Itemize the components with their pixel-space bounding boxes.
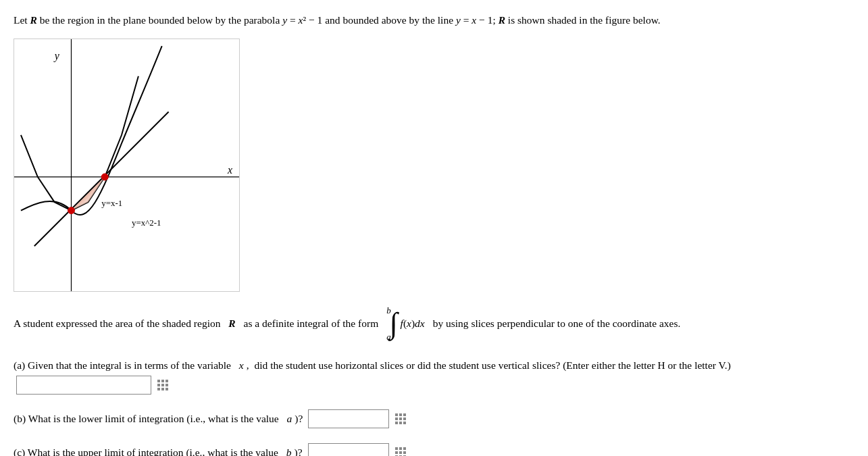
- part-b-grid-icon[interactable]: [394, 413, 407, 425]
- part-c-grid-icon[interactable]: [394, 447, 407, 456]
- svg-rect-12: [161, 380, 164, 382]
- area-text-mid: as a definite integral of the form: [244, 314, 379, 333]
- svg-rect-18: [161, 388, 164, 390]
- svg-rect-17: [157, 388, 160, 390]
- problem-intro: Let R be the region in the plane bounded…: [14, 12, 854, 29]
- region-R: R: [228, 314, 235, 333]
- svg-rect-13: [165, 380, 168, 382]
- svg-rect-0: [14, 39, 239, 291]
- area-integral-statement: A student expressed the area of the shad…: [14, 303, 854, 345]
- svg-text:y=x-1: y=x-1: [101, 197, 122, 207]
- part-a-label: (a) Given that the integral is in terms …: [14, 357, 231, 373]
- integral-expression: b a ∫ f(x) dx: [386, 303, 425, 345]
- area-text-post: by using slices perpendicular to one of …: [433, 314, 681, 333]
- svg-rect-11: [157, 380, 160, 382]
- svg-rect-26: [395, 422, 398, 424]
- part-c-text-pre: (c) What is the upper limit of integrati…: [14, 445, 278, 456]
- svg-point-8: [101, 174, 108, 180]
- svg-rect-22: [403, 413, 406, 416]
- part-a-grid-icon[interactable]: [157, 379, 169, 391]
- part-a-input[interactable]: [16, 376, 151, 395]
- part-c-row: (c) What is the upper limit of integrati…: [14, 443, 854, 456]
- svg-rect-33: [399, 451, 402, 454]
- svg-rect-34: [403, 451, 406, 454]
- svg-rect-25: [403, 417, 406, 420]
- graph-figure: y x: [14, 39, 240, 292]
- svg-rect-30: [399, 447, 402, 450]
- part-a-var: x: [239, 357, 244, 373]
- svg-rect-21: [399, 413, 402, 416]
- svg-rect-24: [399, 417, 402, 420]
- svg-rect-27: [399, 422, 402, 424]
- svg-rect-32: [395, 451, 398, 454]
- svg-text:y=x^2-1: y=x^2-1: [132, 218, 161, 228]
- svg-rect-23: [395, 417, 398, 420]
- svg-rect-16: [165, 384, 168, 386]
- svg-rect-19: [165, 388, 168, 390]
- svg-point-7: [68, 207, 75, 213]
- part-c-var: b: [286, 445, 292, 456]
- svg-rect-28: [403, 422, 406, 424]
- part-a-row: (a) Given that the integral is in terms …: [14, 357, 854, 395]
- svg-text:x: x: [227, 164, 232, 176]
- svg-rect-31: [403, 447, 406, 450]
- part-b-input[interactable]: [308, 409, 389, 428]
- area-text-pre: A student expressed the area of the shad…: [14, 314, 220, 333]
- part-c-input[interactable]: [308, 443, 389, 456]
- part-b-row: (b) What is the lower limit of integrati…: [14, 409, 854, 428]
- svg-rect-14: [157, 384, 160, 386]
- svg-rect-29: [395, 447, 398, 450]
- svg-rect-15: [161, 384, 164, 386]
- svg-text:y: y: [53, 50, 60, 62]
- part-a-text: did the student use horizontal slices or…: [254, 357, 730, 373]
- part-b-var: a: [287, 411, 292, 426]
- part-b-text-pre: (b) What is the lower limit of integrati…: [14, 411, 279, 426]
- svg-rect-20: [395, 413, 398, 416]
